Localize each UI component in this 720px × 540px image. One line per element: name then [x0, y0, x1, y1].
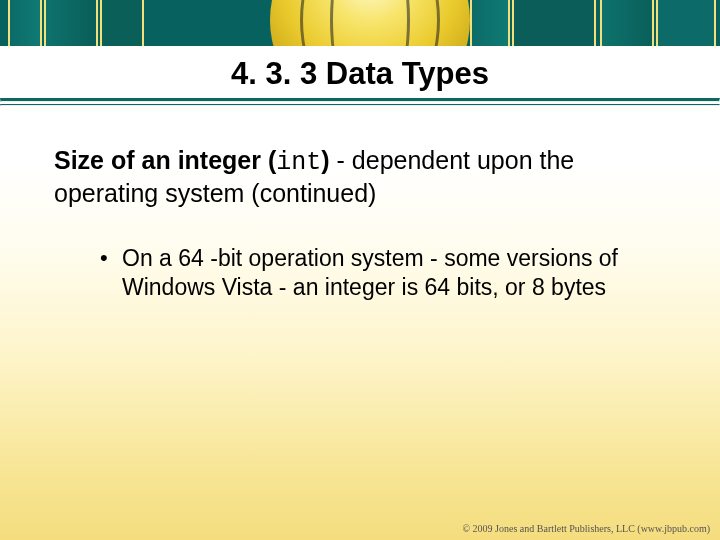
title-rule-thick [0, 98, 720, 102]
bullet-item: On a 64 -bit operation system - some ver… [100, 244, 674, 303]
banner-stripe [470, 0, 510, 46]
banner [0, 0, 720, 46]
banner-stripe [44, 0, 98, 46]
bullet-list: On a 64 -bit operation system - some ver… [54, 244, 674, 303]
lead-paragraph: Size of an integer (int) - dependent upo… [54, 145, 674, 210]
banner-stripe [600, 0, 654, 46]
banner-stripe [656, 0, 716, 46]
lead-code: int [276, 148, 321, 177]
lead-bold-prefix: Size of an integer ( [54, 146, 276, 174]
slide-title: 4. 3. 3 Data Types [0, 56, 720, 92]
banner-stripe [512, 0, 596, 46]
slide-body: Size of an integer (int) - dependent upo… [0, 106, 720, 302]
copyright-footer: © 2009 Jones and Bartlett Publishers, LL… [463, 523, 710, 534]
slide: 4. 3. 3 Data Types Size of an integer (i… [0, 0, 720, 540]
banner-stripe [100, 0, 144, 46]
banner-stripe [8, 0, 42, 46]
balloon-rib [330, 0, 410, 46]
lead-bold-suffix: ) [321, 146, 329, 174]
